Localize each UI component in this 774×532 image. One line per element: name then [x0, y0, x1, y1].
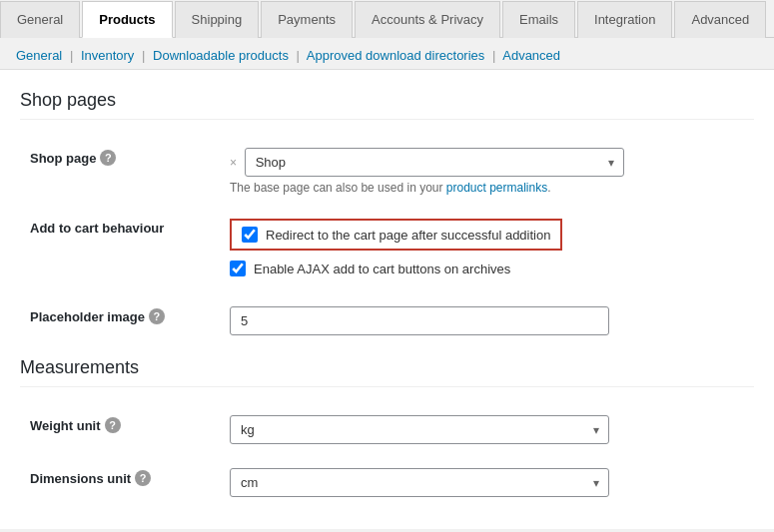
breadcrumb-downloadable[interactable]: Downloadable products — [153, 48, 289, 63]
add-to-cart-label: Add to cart behaviour — [30, 221, 164, 236]
placeholder-image-field-cell — [220, 294, 754, 347]
dimensions-unit-select-wrapper: cm m mm in yd ▾ — [230, 468, 609, 497]
tabs-bar: General Products Shipping Payments Accou… — [0, 0, 774, 38]
dimensions-unit-row: Dimensions unit ? cm m mm in yd ▾ — [20, 456, 754, 509]
dimensions-unit-field-cell: cm m mm in yd ▾ — [220, 456, 754, 509]
tab-advanced[interactable]: Advanced — [674, 1, 766, 38]
shop-page-clear-button[interactable]: × — [230, 156, 237, 170]
tab-products[interactable]: Products — [82, 1, 172, 38]
shop-page-label-cell: Shop page ? — [20, 136, 220, 207]
shop-page-select-wrapper: × Shop Cart Checkout My account ▾ — [230, 148, 624, 177]
product-permalinks-link[interactable]: product permalinks — [446, 181, 547, 195]
ajax-cart-checkbox[interactable] — [230, 261, 246, 276]
dimensions-unit-label-cell: Dimensions unit ? — [20, 456, 220, 509]
ajax-cart-label[interactable]: Enable AJAX add to cart buttons on archi… — [254, 262, 510, 276]
add-to-cart-field-cell: Redirect to the cart page after successf… — [220, 207, 754, 294]
breadcrumb-inventory[interactable]: Inventory — [81, 48, 134, 63]
redirect-checkbox-highlight: Redirect to the cart page after successf… — [230, 219, 562, 251]
dimensions-unit-label: Dimensions unit — [30, 471, 131, 486]
shop-page-hint: The base page can also be used in your p… — [230, 181, 744, 195]
hint-punctuation: . — [547, 181, 550, 195]
add-to-cart-row: Add to cart behaviour Redirect to the ca… — [20, 207, 754, 294]
shop-page-help-icon[interactable]: ? — [100, 150, 116, 166]
weight-unit-label-cell: Weight unit ? — [20, 403, 220, 456]
shop-page-label: Shop page — [30, 151, 96, 166]
placeholder-image-input[interactable] — [230, 306, 609, 335]
measurements-title: Measurements — [20, 357, 754, 387]
settings-table: Shop page ? × Shop Cart Checkout My acco… — [20, 136, 754, 347]
content-area: Shop pages Shop page ? × Shop Cart — [0, 69, 774, 529]
shop-page-row: Shop page ? × Shop Cart Checkout My acco… — [20, 136, 754, 207]
tab-shipping[interactable]: Shipping — [175, 1, 260, 38]
sep4: | — [492, 48, 495, 63]
tab-integration[interactable]: Integration — [577, 1, 672, 38]
placeholder-image-label: Placeholder image — [30, 309, 145, 324]
hint-text-before: The base page can also be used in your — [230, 181, 446, 195]
breadcrumb-approved[interactable]: Approved download directories — [307, 48, 485, 63]
breadcrumb-advanced[interactable]: Advanced — [502, 48, 560, 63]
weight-unit-select-wrapper: kg g lbs oz ▾ — [230, 415, 609, 444]
sep1: | — [70, 48, 73, 63]
ajax-checkbox-row: Enable AJAX add to cart buttons on archi… — [230, 261, 744, 276]
add-to-cart-label-cell: Add to cart behaviour — [20, 207, 220, 294]
shop-page-field-cell: × Shop Cart Checkout My account ▾ The ba… — [220, 136, 754, 207]
tab-payments[interactable]: Payments — [261, 1, 353, 38]
redirect-cart-label[interactable]: Redirect to the cart page after successf… — [266, 228, 550, 243]
dimensions-unit-select[interactable]: cm m mm in yd — [230, 468, 609, 497]
placeholder-image-label-cell: Placeholder image ? — [20, 294, 220, 347]
breadcrumb: General | Inventory | Downloadable produ… — [0, 38, 774, 69]
weight-unit-help-icon[interactable]: ? — [105, 417, 121, 433]
tab-accounts-privacy[interactable]: Accounts & Privacy — [355, 1, 500, 38]
weight-unit-field-cell: kg g lbs oz ▾ — [220, 403, 754, 456]
redirect-cart-checkbox[interactable] — [242, 227, 258, 243]
placeholder-image-row: Placeholder image ? — [20, 294, 754, 347]
measurements-table: Weight unit ? kg g lbs oz ▾ — [20, 403, 754, 509]
weight-unit-label: Weight unit — [30, 418, 101, 433]
tab-emails[interactable]: Emails — [502, 1, 575, 38]
dimensions-unit-help-icon[interactable]: ? — [135, 470, 151, 486]
tab-general[interactable]: General — [0, 1, 80, 38]
weight-unit-select[interactable]: kg g lbs oz — [230, 415, 609, 444]
sep2: | — [142, 48, 145, 63]
breadcrumb-general[interactable]: General — [16, 48, 62, 63]
shop-pages-title: Shop pages — [20, 90, 754, 120]
shop-page-select[interactable]: Shop Cart Checkout My account — [245, 148, 624, 177]
sep3: | — [297, 48, 300, 63]
weight-unit-row: Weight unit ? kg g lbs oz ▾ — [20, 403, 754, 456]
placeholder-image-help-icon[interactable]: ? — [149, 308, 165, 324]
